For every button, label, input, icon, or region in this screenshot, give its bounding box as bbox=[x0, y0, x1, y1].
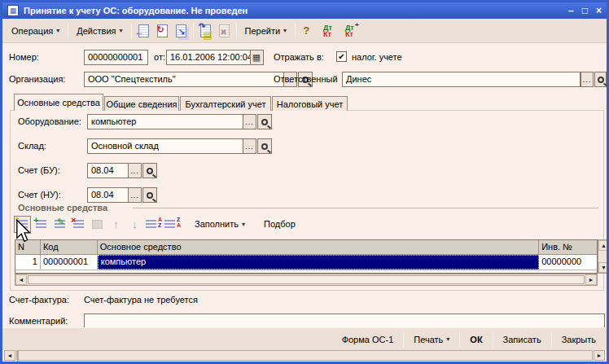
scroll-right-icon[interactable]: ► bbox=[594, 350, 605, 361]
print-menu-button[interactable]: Печать ▾ bbox=[406, 331, 457, 348]
warehouse-open-button[interactable] bbox=[257, 138, 272, 154]
scroll-right-icon[interactable]: ► bbox=[585, 274, 597, 285]
tab-fixed-assets[interactable]: Основные средства bbox=[14, 94, 103, 111]
letter-a: A bbox=[177, 222, 181, 228]
responsible-label: Ответственный bbox=[274, 74, 341, 84]
account-nu-open-button[interactable] bbox=[142, 187, 157, 203]
cell-asset-selected[interactable]: компьютер bbox=[98, 255, 539, 270]
invoice-label: Счет-фактура: bbox=[9, 295, 69, 305]
account-bu-select-button[interactable]: ... bbox=[128, 163, 142, 178]
tax-accounting-checkbox[interactable]: ✔ bbox=[336, 51, 347, 62]
move-down-button[interactable]: ↓ bbox=[126, 216, 143, 233]
fill-menu-button[interactable]: Заполнить ▾ bbox=[188, 217, 252, 231]
equipment-field[interactable]: компьютер bbox=[87, 114, 243, 129]
cell-num[interactable]: 1 bbox=[15, 255, 41, 270]
scrollbar-thumb[interactable] bbox=[17, 350, 19, 362]
account-bu-open-button[interactable] bbox=[142, 163, 157, 178]
goto-menu-button[interactable]: Перейти ▾ bbox=[239, 24, 293, 38]
refresh-button[interactable]: ↻ bbox=[153, 22, 172, 40]
pick-button[interactable]: Подбор bbox=[257, 217, 302, 231]
main-toolbar: Операция ▾ Действия ▾ ← ↻ ↘ ▤ ↷ ✖ bbox=[2, 19, 607, 43]
minimize-icon[interactable]: – bbox=[568, 5, 574, 16]
chevron-down-icon: ▾ bbox=[120, 27, 123, 34]
close-icon[interactable]: × bbox=[596, 5, 602, 16]
post-document-button[interactable]: ▤ ↷ bbox=[196, 22, 215, 40]
number-field[interactable]: 00000000001 bbox=[84, 50, 148, 65]
scroll-left-icon[interactable]: ◄ bbox=[4, 350, 15, 361]
arrow-down-icon: ↓ bbox=[132, 218, 138, 230]
tab-label: Бухгалтерский учет bbox=[185, 99, 265, 109]
subordination-button[interactable]: ↘ bbox=[172, 22, 191, 40]
organization-field[interactable]: ООО "Спецтекстиль" bbox=[84, 72, 284, 87]
account-nu-select-button[interactable]: ... bbox=[128, 187, 142, 203]
warehouse-field[interactable]: Основной склад bbox=[87, 138, 243, 154]
move-up-button[interactable]: ↑ bbox=[107, 216, 125, 233]
equipment-select-button[interactable]: ... bbox=[243, 114, 256, 129]
title-bar[interactable]: ▦ Принятие к учету ОС: оборудование. Не … bbox=[2, 2, 607, 19]
cell-code[interactable]: 000000001 bbox=[41, 255, 98, 270]
operation-menu-button[interactable]: Операция ▾ bbox=[6, 24, 65, 38]
responsible-select-button[interactable]: ... bbox=[581, 72, 594, 87]
scroll-left-icon[interactable]: ◄ bbox=[15, 274, 27, 285]
ellipsis-icon: ... bbox=[245, 118, 254, 126]
assets-section-title: Основные средства bbox=[18, 203, 107, 213]
table-vertical-scrollbar[interactable]: ▲ ▼ bbox=[598, 239, 609, 274]
tab-general-info[interactable]: Общие сведения bbox=[104, 96, 179, 111]
tab-accounting[interactable]: Бухгалтерский учет bbox=[180, 96, 271, 111]
account-nu-field[interactable]: 08.04 bbox=[87, 187, 129, 203]
actions-menu-button[interactable]: Действия ▾ bbox=[71, 24, 128, 38]
fill-button-label: Заполнить bbox=[195, 219, 239, 229]
dtkt-postings-button[interactable]: Дт Кт bbox=[319, 24, 336, 37]
equipment-open-button[interactable] bbox=[257, 114, 272, 129]
column-header-asset[interactable]: Основное средство bbox=[98, 240, 539, 255]
letter-z: Z bbox=[177, 217, 181, 222]
chevron-down-icon: ▾ bbox=[242, 221, 245, 228]
pick-button-label: Подбор bbox=[264, 219, 296, 229]
date-field[interactable]: 16.01.2006 12:00:04 bbox=[166, 50, 251, 65]
close-label: Закрыть bbox=[562, 335, 596, 344]
delete-row-button[interactable]: × bbox=[70, 216, 87, 233]
tax-accounting-label: налог. учете bbox=[352, 52, 402, 62]
warehouse-select-button[interactable]: ... bbox=[243, 138, 256, 154]
operation-menu-label: Операция bbox=[11, 26, 53, 36]
table-horizontal-scrollbar[interactable]: ◄ ► bbox=[15, 274, 598, 286]
account-bu-field[interactable]: 08.04 bbox=[87, 163, 129, 178]
tab-tax-accounting[interactable]: Налоговый учет bbox=[272, 96, 348, 111]
responsible-field[interactable]: Динес bbox=[342, 72, 581, 87]
dtkt-all-registers-button[interactable]: + Дт Кт bbox=[341, 24, 358, 37]
mouse-cursor bbox=[15, 219, 32, 243]
sort-descending-button[interactable]: Z A bbox=[164, 216, 181, 233]
scroll-down-icon[interactable]: ▼ bbox=[598, 262, 609, 273]
save-icon bbox=[92, 220, 103, 229]
chevron-down-icon: ▾ bbox=[56, 27, 59, 34]
reread-button[interactable]: ← bbox=[134, 22, 153, 40]
form-os1-button[interactable]: Форма ОС-1 bbox=[335, 331, 401, 348]
goto-menu-label: Перейти bbox=[245, 26, 281, 36]
help-button[interactable]: ? bbox=[298, 24, 314, 37]
scrollbar-groove[interactable] bbox=[16, 350, 593, 361]
cancel-icon: ✖ bbox=[221, 28, 227, 37]
plus-icon: + bbox=[33, 216, 38, 224]
scroll-up-icon[interactable]: ▲ bbox=[598, 240, 609, 251]
column-header-inv[interactable]: Инв. № bbox=[539, 240, 597, 255]
magnifier-icon bbox=[261, 119, 268, 125]
scrollbar-thumb[interactable] bbox=[28, 275, 585, 284]
sort-ascending-button[interactable]: A Z bbox=[145, 216, 162, 233]
tab-label: Основные средства bbox=[17, 98, 100, 107]
edit-row-button[interactable]: ✎ bbox=[51, 216, 68, 233]
responsible-open-button[interactable] bbox=[594, 72, 607, 87]
cell-inv[interactable]: 00000000 bbox=[539, 255, 597, 270]
form-horizontal-scrollbar[interactable]: ◄ ► bbox=[4, 350, 605, 361]
close-button[interactable]: Закрыть bbox=[554, 331, 603, 348]
ok-button[interactable]: ОК bbox=[462, 331, 489, 348]
separator bbox=[254, 217, 255, 231]
maximize-icon[interactable]: □ bbox=[582, 5, 588, 16]
save-button[interactable]: Записать bbox=[496, 331, 549, 348]
copy-row-button[interactable]: + bbox=[33, 216, 50, 233]
separator bbox=[459, 332, 460, 347]
calendar-button[interactable]: ▦ bbox=[250, 50, 264, 65]
comment-label: Комментарий: bbox=[9, 316, 68, 326]
column-header-code[interactable]: Код bbox=[41, 240, 98, 255]
end-edit-button bbox=[89, 216, 106, 233]
table-row[interactable]: 1 000000001 компьютер 00000000 bbox=[15, 255, 597, 270]
